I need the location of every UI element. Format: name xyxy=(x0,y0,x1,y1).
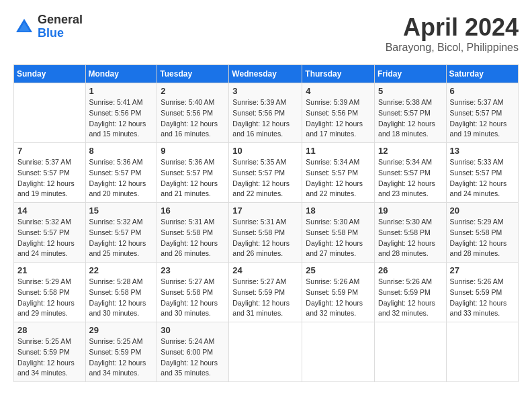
cell-w1-d2: 2Sunrise: 5:40 AMSunset: 5:56 PMDaylight… xyxy=(157,83,229,143)
day-detail: Sunrise: 5:26 AMSunset: 5:59 PMDaylight:… xyxy=(450,277,515,319)
day-detail: Sunrise: 5:30 AMSunset: 5:58 PMDaylight:… xyxy=(378,217,443,259)
cell-w3-d6: 20Sunrise: 5:29 AMSunset: 5:58 PMDayligh… xyxy=(446,203,518,263)
week-row-5: 28Sunrise: 5:25 AMSunset: 5:59 PMDayligh… xyxy=(14,322,519,382)
day-number: 23 xyxy=(161,265,225,275)
day-number: 24 xyxy=(232,265,298,275)
day-number: 9 xyxy=(161,146,225,156)
day-number: 10 xyxy=(232,146,298,156)
day-detail: Sunrise: 5:25 AMSunset: 5:59 PMDaylight:… xyxy=(89,336,154,379)
day-number: 28 xyxy=(17,325,82,335)
day-number: 29 xyxy=(89,325,154,335)
day-detail: Sunrise: 5:39 AMSunset: 5:56 PMDaylight:… xyxy=(306,97,371,140)
day-detail: Sunrise: 5:37 AMSunset: 5:57 PMDaylight:… xyxy=(17,157,82,199)
day-number: 7 xyxy=(17,146,82,156)
cell-w4-d1: 22Sunrise: 5:28 AMSunset: 5:58 PMDayligh… xyxy=(85,263,157,322)
cell-w2-d0: 7Sunrise: 5:37 AMSunset: 5:57 PMDaylight… xyxy=(14,143,86,203)
cell-w3-d2: 16Sunrise: 5:31 AMSunset: 5:58 PMDayligh… xyxy=(157,203,229,263)
day-detail: Sunrise: 5:31 AMSunset: 5:58 PMDaylight:… xyxy=(161,217,225,259)
header-saturday: Saturday xyxy=(446,65,518,83)
cell-w1-d4: 4Sunrise: 5:39 AMSunset: 5:56 PMDaylight… xyxy=(302,83,375,143)
cell-w3-d1: 15Sunrise: 5:32 AMSunset: 5:57 PMDayligh… xyxy=(85,203,157,263)
day-number: 14 xyxy=(17,205,82,216)
cell-w5-d1: 29Sunrise: 5:25 AMSunset: 5:59 PMDayligh… xyxy=(85,322,157,382)
header-row: Sunday Monday Tuesday Wednesday Thursday… xyxy=(14,65,519,83)
cell-w2-d6: 13Sunrise: 5:33 AMSunset: 5:57 PMDayligh… xyxy=(446,143,518,203)
day-number: 26 xyxy=(378,265,443,275)
day-detail: Sunrise: 5:27 AMSunset: 5:58 PMDaylight:… xyxy=(161,277,225,319)
cell-w4-d4: 25Sunrise: 5:26 AMSunset: 5:59 PMDayligh… xyxy=(302,263,375,322)
cell-w2-d2: 9Sunrise: 5:36 AMSunset: 5:57 PMDaylight… xyxy=(157,143,229,203)
cell-w4-d5: 26Sunrise: 5:26 AMSunset: 5:59 PMDayligh… xyxy=(375,263,447,322)
day-number: 3 xyxy=(232,86,298,96)
day-number: 19 xyxy=(378,205,443,216)
day-detail: Sunrise: 5:26 AMSunset: 5:59 PMDaylight:… xyxy=(378,277,443,319)
day-number: 12 xyxy=(378,146,443,156)
day-number: 1 xyxy=(89,86,154,96)
day-detail: Sunrise: 5:32 AMSunset: 5:57 PMDaylight:… xyxy=(89,217,154,259)
cell-w4-d3: 24Sunrise: 5:27 AMSunset: 5:59 PMDayligh… xyxy=(229,263,302,322)
logo-icon xyxy=(13,16,35,38)
header-monday: Monday xyxy=(85,65,157,83)
cell-w1-d3: 3Sunrise: 5:39 AMSunset: 5:56 PMDaylight… xyxy=(229,83,302,143)
month-title: April 2024 xyxy=(386,13,519,42)
cell-w4-d0: 21Sunrise: 5:29 AMSunset: 5:58 PMDayligh… xyxy=(14,263,86,322)
header-wednesday: Wednesday xyxy=(229,65,302,83)
cell-w3-d0: 14Sunrise: 5:32 AMSunset: 5:57 PMDayligh… xyxy=(14,203,86,263)
day-number: 11 xyxy=(306,146,371,156)
day-detail: Sunrise: 5:32 AMSunset: 5:57 PMDaylight:… xyxy=(17,217,82,259)
cell-w4-d2: 23Sunrise: 5:27 AMSunset: 5:58 PMDayligh… xyxy=(157,263,229,322)
cell-w1-d1: 1Sunrise: 5:41 AMSunset: 5:56 PMDaylight… xyxy=(85,83,157,143)
day-detail: Sunrise: 5:41 AMSunset: 5:56 PMDaylight:… xyxy=(89,97,154,140)
cell-w2-d1: 8Sunrise: 5:36 AMSunset: 5:57 PMDaylight… xyxy=(85,143,157,203)
day-number: 18 xyxy=(306,205,371,216)
day-detail: Sunrise: 5:39 AMSunset: 5:56 PMDaylight:… xyxy=(232,97,298,140)
day-detail: Sunrise: 5:40 AMSunset: 5:56 PMDaylight:… xyxy=(161,97,225,140)
week-row-2: 7Sunrise: 5:37 AMSunset: 5:57 PMDaylight… xyxy=(14,143,519,203)
cell-w5-d3 xyxy=(229,322,302,382)
day-detail: Sunrise: 5:30 AMSunset: 5:58 PMDaylight:… xyxy=(306,217,371,259)
day-detail: Sunrise: 5:34 AMSunset: 5:57 PMDaylight:… xyxy=(378,157,443,199)
day-number: 8 xyxy=(89,146,154,156)
week-row-1: 1Sunrise: 5:41 AMSunset: 5:56 PMDaylight… xyxy=(14,83,519,143)
day-detail: Sunrise: 5:25 AMSunset: 5:59 PMDaylight:… xyxy=(17,336,82,379)
cell-w5-d6 xyxy=(446,322,518,382)
logo-general-text: General xyxy=(38,13,83,27)
day-detail: Sunrise: 5:27 AMSunset: 5:59 PMDaylight:… xyxy=(232,277,298,319)
day-number: 22 xyxy=(89,265,154,275)
cell-w2-d3: 10Sunrise: 5:35 AMSunset: 5:57 PMDayligh… xyxy=(229,143,302,203)
day-detail: Sunrise: 5:33 AMSunset: 5:57 PMDaylight:… xyxy=(450,157,515,199)
day-detail: Sunrise: 5:35 AMSunset: 5:57 PMDaylight:… xyxy=(232,157,298,199)
week-row-4: 21Sunrise: 5:29 AMSunset: 5:58 PMDayligh… xyxy=(14,263,519,322)
day-number: 30 xyxy=(161,325,225,335)
cell-w5-d5 xyxy=(375,322,447,382)
day-detail: Sunrise: 5:37 AMSunset: 5:57 PMDaylight:… xyxy=(450,97,515,140)
day-number: 27 xyxy=(450,265,515,275)
header-tuesday: Tuesday xyxy=(157,65,229,83)
title-block: April 2024 Barayong, Bicol, Philippines xyxy=(386,13,519,54)
location-subtitle: Barayong, Bicol, Philippines xyxy=(386,42,519,54)
day-number: 5 xyxy=(378,86,443,96)
day-number: 6 xyxy=(450,86,515,96)
day-number: 16 xyxy=(161,205,225,216)
cell-w3-d4: 18Sunrise: 5:30 AMSunset: 5:58 PMDayligh… xyxy=(302,203,375,263)
day-number: 4 xyxy=(306,86,371,96)
cell-w5-d2: 30Sunrise: 5:24 AMSunset: 6:00 PMDayligh… xyxy=(157,322,229,382)
day-detail: Sunrise: 5:24 AMSunset: 6:00 PMDaylight:… xyxy=(161,336,225,379)
cell-w5-d0: 28Sunrise: 5:25 AMSunset: 5:59 PMDayligh… xyxy=(14,322,86,382)
page-header: General Blue April 2024 Barayong, Bicol,… xyxy=(13,13,519,54)
cell-w3-d5: 19Sunrise: 5:30 AMSunset: 5:58 PMDayligh… xyxy=(375,203,447,263)
week-row-3: 14Sunrise: 5:32 AMSunset: 5:57 PMDayligh… xyxy=(14,203,519,263)
day-number: 17 xyxy=(232,205,298,216)
day-detail: Sunrise: 5:26 AMSunset: 5:59 PMDaylight:… xyxy=(306,277,371,319)
day-detail: Sunrise: 5:36 AMSunset: 5:57 PMDaylight:… xyxy=(161,157,225,199)
logo: General Blue xyxy=(13,13,83,40)
cell-w5-d4 xyxy=(302,322,375,382)
day-detail: Sunrise: 5:38 AMSunset: 5:57 PMDaylight:… xyxy=(378,97,443,140)
day-detail: Sunrise: 5:29 AMSunset: 5:58 PMDaylight:… xyxy=(450,217,515,259)
calendar-table: Sunday Monday Tuesday Wednesday Thursday… xyxy=(13,64,519,382)
cell-w3-d3: 17Sunrise: 5:31 AMSunset: 5:58 PMDayligh… xyxy=(229,203,302,263)
day-number: 13 xyxy=(450,146,515,156)
day-number: 15 xyxy=(89,205,154,216)
cell-w1-d0 xyxy=(14,83,86,143)
day-detail: Sunrise: 5:36 AMSunset: 5:57 PMDaylight:… xyxy=(89,157,154,199)
